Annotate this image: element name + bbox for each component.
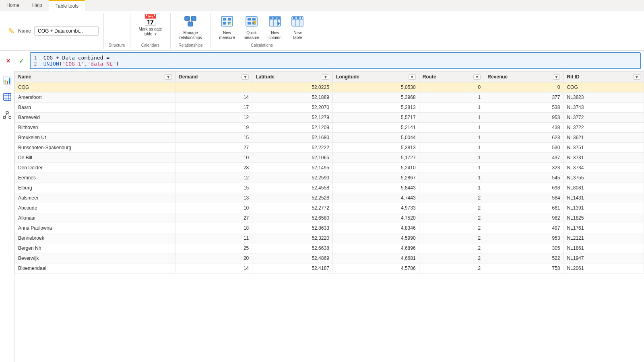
manage-relationships-label: Managerelationships bbox=[179, 31, 202, 40]
column-header-route[interactable]: Route ▼ bbox=[419, 72, 484, 82]
column-header-ritid[interactable]: Rit ID ▼ bbox=[564, 72, 644, 82]
table-cell: 5,2410 bbox=[332, 163, 419, 173]
name-input[interactable] bbox=[34, 26, 99, 36]
table-cell: NL2121 bbox=[564, 233, 644, 243]
calculations-group-items: Newmeasure Quickmeasure bbox=[216, 13, 308, 42]
column-latitude-filter[interactable]: ▼ bbox=[322, 74, 329, 80]
calendars-group: 📅 Mark as datetable Calendars bbox=[130, 13, 171, 49]
relationships-group-label: Relationships bbox=[175, 42, 205, 49]
table-cell: 497 bbox=[484, 223, 564, 233]
table-cell: 5,2867 bbox=[332, 173, 419, 183]
svg-rect-1 bbox=[191, 16, 196, 21]
table-cell: 52,1209 bbox=[252, 123, 333, 133]
table-cell: NL1825 bbox=[564, 213, 644, 223]
table-cell: 52,2528 bbox=[252, 193, 333, 203]
table-cell: 52,4187 bbox=[252, 263, 333, 274]
mark-date-table-button[interactable]: 📅 Mark as datetable bbox=[135, 13, 166, 39]
mark-date-table-label: Mark as datetable bbox=[139, 27, 162, 37]
column-header-longitude[interactable]: Longitude ▼ bbox=[332, 72, 419, 82]
table-cell: 10 bbox=[175, 153, 252, 163]
table-cell: Aalsmeer bbox=[15, 193, 175, 203]
new-column-label: Newcolumn bbox=[268, 31, 281, 40]
table-cell: NL3751 bbox=[564, 143, 644, 153]
name-label: Name bbox=[18, 28, 31, 34]
table-cell: 28 bbox=[175, 163, 252, 173]
table-cell: 20 bbox=[175, 253, 252, 263]
table-row: Abcoude1052,27724,97332661NL1391 bbox=[15, 203, 644, 213]
svg-rect-6 bbox=[223, 18, 226, 21]
svg-rect-32 bbox=[4, 93, 11, 101]
sidebar-model-icon[interactable] bbox=[2, 109, 13, 123]
formula-arg2: 'data NL' bbox=[87, 61, 116, 67]
sidebar-report-icon[interactable]: 📊 bbox=[1, 74, 13, 86]
tab-help[interactable]: Help bbox=[26, 0, 49, 11]
table-cell: 2 bbox=[419, 243, 484, 253]
table-cell: NL3722 bbox=[564, 123, 644, 133]
table-cell: 14 bbox=[175, 263, 252, 274]
table-cell: 953 bbox=[484, 233, 564, 243]
svg-rect-21 bbox=[274, 17, 277, 19]
column-revenue-label: Revenue bbox=[487, 74, 508, 80]
table-cell: 52,1680 bbox=[252, 133, 333, 143]
new-column-button[interactable]: Newcolumn bbox=[264, 13, 285, 42]
svg-rect-0 bbox=[185, 16, 190, 21]
table-cell: Den Dolder bbox=[15, 163, 175, 173]
column-name-label: Name bbox=[18, 74, 31, 80]
table-cell: 4,5786 bbox=[332, 263, 419, 274]
table-cell: 623 bbox=[484, 133, 564, 143]
formula-confirm-button[interactable]: ✓ bbox=[17, 56, 27, 66]
column-header-latitude[interactable]: Latitude ▼ bbox=[252, 72, 333, 82]
column-longitude-filter[interactable]: ▼ bbox=[409, 74, 416, 80]
column-revenue-filter[interactable]: ▼ bbox=[553, 74, 560, 80]
table-cell: 1 bbox=[419, 113, 484, 123]
column-header-demand[interactable]: Demand ▼ bbox=[175, 72, 252, 82]
column-demand-filter[interactable]: ▼ bbox=[242, 74, 249, 80]
table-cell: 52,4558 bbox=[252, 183, 333, 193]
calendars-group-label: Calendars bbox=[135, 42, 166, 49]
formula-line1-text: COG + Data combined = bbox=[43, 55, 109, 61]
formula-editor[interactable]: 1 COG + Data combined = 2 UNION('COG 1',… bbox=[30, 52, 641, 69]
table-cell: 1 bbox=[419, 123, 484, 133]
structure-group-label: Structure bbox=[109, 42, 125, 49]
data-area[interactable]: Name ▼ Demand ▼ Latitude ▼ bbox=[14, 71, 644, 362]
formula-line-1: 1 COG + Data combined = bbox=[34, 55, 637, 61]
quick-measure-button[interactable]: Quickmeasure bbox=[240, 13, 263, 42]
calculations-group-label: Calculations bbox=[216, 42, 308, 49]
table-cell: NL3621 bbox=[564, 133, 644, 143]
column-header-revenue[interactable]: Revenue ▼ bbox=[484, 72, 564, 82]
column-name-filter[interactable]: ▼ bbox=[165, 74, 172, 80]
table-cell: 5,2141 bbox=[332, 123, 419, 133]
table-cell: 1 bbox=[419, 93, 484, 103]
manage-relationships-button[interactable]: Managerelationships bbox=[175, 13, 205, 42]
table-row: Baarn1752,20705,28131538NL3743 bbox=[15, 103, 644, 113]
table-cell: NL3731 bbox=[564, 153, 644, 163]
table-cell: 4,7443 bbox=[332, 193, 419, 203]
svg-point-38 bbox=[3, 116, 6, 119]
table-cell: 2 bbox=[419, 223, 484, 233]
tab-home[interactable]: Home bbox=[0, 0, 26, 11]
table-cell: Breukelen Ut bbox=[15, 133, 175, 143]
column-ritid-filter[interactable]: ▼ bbox=[633, 74, 640, 80]
table-cell: 52,1495 bbox=[252, 163, 333, 173]
new-measure-label: Newmeasure bbox=[219, 31, 235, 40]
table-cell: 5,8443 bbox=[332, 183, 419, 193]
new-table-button[interactable]: Newtable bbox=[287, 13, 308, 42]
column-header-name[interactable]: Name ▼ bbox=[15, 72, 175, 82]
formula-bar: ✕ ✓ 1 COG + Data combined = 2 UNION('COG… bbox=[0, 51, 644, 71]
table-cell: 52,6638 bbox=[252, 243, 333, 253]
table-cell: 1 bbox=[419, 103, 484, 113]
structure-group-items bbox=[109, 13, 125, 42]
table-cell: Eemnes bbox=[15, 173, 175, 183]
table-cell: Beverwijk bbox=[15, 253, 175, 263]
table-cell: 17 bbox=[175, 103, 252, 113]
table-cell: 437 bbox=[484, 153, 564, 163]
tab-table-tools[interactable]: Table tools bbox=[49, 0, 85, 11]
table-cell: 4,6896 bbox=[332, 243, 419, 253]
ribbon-content: ✎ Name Structure 📅 Mark as datetable Cal… bbox=[0, 11, 644, 50]
formula-cancel-button[interactable]: ✕ bbox=[3, 56, 13, 66]
table-cell: 52,2772 bbox=[252, 203, 333, 213]
table-cell: 5,1727 bbox=[332, 153, 419, 163]
sidebar-data-icon[interactable] bbox=[2, 91, 13, 105]
new-measure-button[interactable]: Newmeasure bbox=[216, 13, 239, 42]
column-route-filter[interactable]: ▼ bbox=[473, 74, 481, 80]
